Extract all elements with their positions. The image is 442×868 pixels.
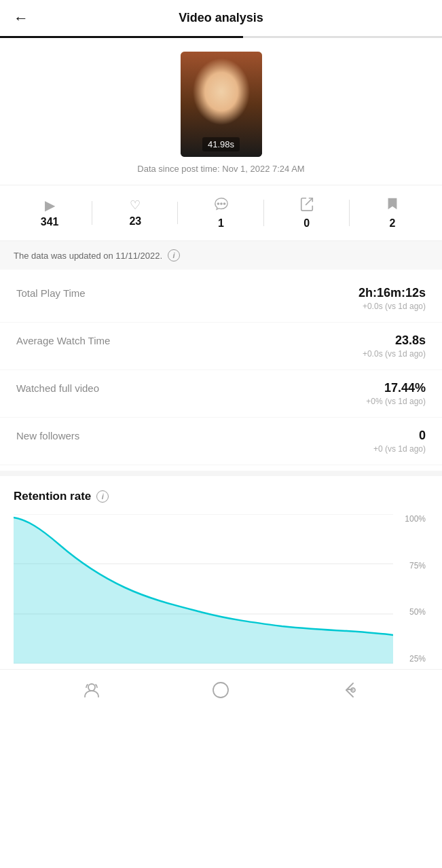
retention-chart-svg (14, 514, 393, 664)
svg-point-8 (213, 683, 228, 698)
svg-point-2 (223, 202, 225, 205)
svg-point-1 (220, 202, 223, 205)
video-duration: 41.98s (202, 137, 240, 151)
metric-main-watched-full-video: 17.44% (366, 381, 426, 395)
metric-main-new-followers: 0 (373, 429, 426, 443)
chart-labels: 100% 75% 50% 25% (396, 514, 428, 664)
retention-info-icon[interactable]: i (96, 490, 109, 503)
header: ← Video analysis (0, 0, 442, 36)
saves-value: 2 (389, 217, 395, 230)
info-icon: i (168, 249, 180, 261)
stat-comments: 1 (178, 196, 263, 230)
plays-icon: ▶ (45, 198, 55, 212)
metrics-section: Total Play Time 2h:16m:12s +0.0s (vs 1d … (0, 270, 442, 471)
nav-back-icon[interactable] (341, 681, 360, 704)
video-meta: Data since post time: Nov 1, 2022 7:24 A… (137, 164, 304, 174)
metric-sub-avg-watch-time: +0.0s (vs 1d ago) (363, 349, 426, 359)
video-section: 41.98s Data since post time: Nov 1, 2022… (0, 38, 442, 185)
metric-total-play-time: Total Play Time 2h:16m:12s +0.0s (vs 1d … (0, 275, 442, 323)
metric-values-watched-full-video: 17.44% +0% (vs 1d ago) (366, 381, 426, 406)
nav-profile-icon[interactable] (82, 681, 101, 704)
svg-point-0 (217, 202, 219, 205)
chart-area (14, 514, 393, 664)
stat-likes: ♡ 23 (92, 199, 178, 228)
comments-icon (214, 196, 229, 213)
chart-label-100: 100% (399, 514, 428, 524)
plays-value: 341 (41, 216, 59, 228)
chart-fill (14, 518, 393, 664)
metric-values-total-play-time: 2h:16m:12s +0.0s (vs 1d ago) (358, 286, 426, 311)
stat-plays: ▶ 341 (7, 198, 92, 228)
metric-sub-total-play-time: +0.0s (vs 1d ago) (358, 302, 426, 311)
retention-header: Retention rate i (14, 490, 428, 503)
metric-sub-new-followers: +0 (vs 1d ago) (373, 444, 426, 454)
likes-value: 23 (129, 215, 141, 228)
stat-shares: 0 (264, 196, 350, 230)
metric-label-total-play-time: Total Play Time (16, 286, 86, 299)
metric-label-watched-full-video: Watched full video (16, 381, 99, 394)
metric-values-new-followers: 0 +0 (vs 1d ago) (373, 429, 426, 454)
chart-label-25: 25% (399, 654, 428, 664)
likes-icon: ♡ (130, 199, 141, 211)
back-button[interactable]: ← (14, 10, 29, 27)
shares-value: 0 (303, 217, 310, 230)
stat-saves: 2 (350, 196, 435, 230)
metric-new-followers: New followers 0 +0 (vs 1d ago) (0, 418, 442, 465)
update-notice: The data was updated on 11/11/2022. i (0, 241, 442, 270)
page-title: Video analysis (179, 11, 263, 25)
metric-sub-watched-full-video: +0% (vs 1d ago) (366, 397, 426, 406)
chart-label-75: 75% (399, 561, 428, 571)
retention-title: Retention rate (14, 490, 91, 503)
chart-label-50: 50% (399, 607, 428, 617)
nav-home-icon[interactable] (211, 681, 230, 704)
metric-avg-watch-time: Average Watch Time 23.8s +0.0s (vs 1d ag… (0, 323, 442, 370)
metric-main-avg-watch-time: 23.8s (363, 333, 426, 348)
section-divider (0, 471, 442, 476)
update-notice-text: The data was updated on 11/11/2022. (14, 251, 162, 261)
shares-icon (299, 196, 314, 213)
stats-row: ▶ 341 ♡ 23 1 0 2 (0, 185, 442, 241)
retention-chart: 100% 75% 50% 25% (14, 514, 428, 664)
video-thumbnail[interactable]: 41.98s (181, 52, 262, 157)
svg-point-7 (88, 684, 95, 691)
metric-main-total-play-time: 2h:16m:12s (358, 286, 426, 300)
saves-icon (386, 196, 399, 213)
metric-values-avg-watch-time: 23.8s +0.0s (vs 1d ago) (363, 333, 426, 359)
metric-label-avg-watch-time: Average Watch Time (16, 333, 110, 346)
bottom-nav (0, 669, 442, 715)
metric-label-new-followers: New followers (16, 429, 79, 441)
comments-value: 1 (218, 217, 224, 230)
retention-section: Retention rate i 100% 75% 50% 25% (0, 476, 442, 664)
metric-watched-full-video: Watched full video 17.44% +0% (vs 1d ago… (0, 370, 442, 418)
